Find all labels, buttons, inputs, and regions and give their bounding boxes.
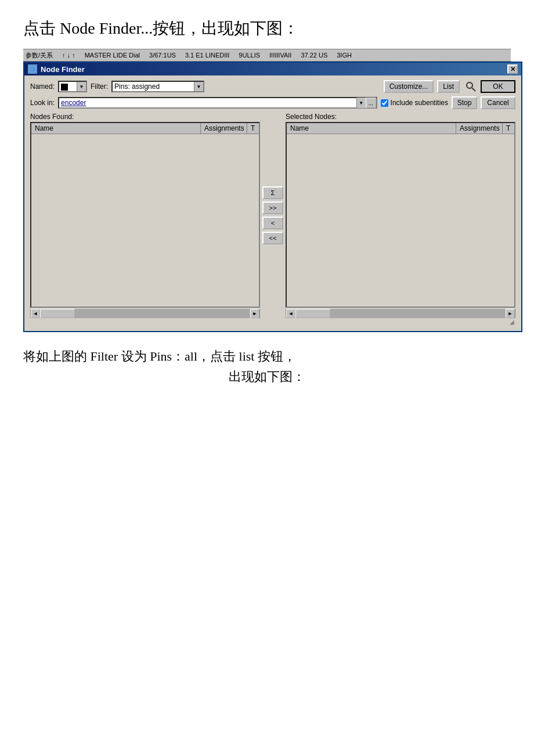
remove-all-button[interactable]: << <box>262 232 283 244</box>
col-t-left[interactable]: T <box>247 123 259 134</box>
toolbar-item: MASTER LIDE Dial <box>85 52 140 59</box>
col-name-right[interactable]: Name <box>287 123 456 134</box>
customize-button[interactable]: Customize... <box>384 80 434 93</box>
lookin-browse-button[interactable]: ... <box>366 98 376 108</box>
panels-area: Nodes Found: Name Assignments T ◄ <box>30 113 515 318</box>
lookin-value: encoder <box>59 99 356 107</box>
row1: Named: ▼ Filter: Pins: assigned ▼ Custom… <box>30 80 515 93</box>
dialog-title: Node Finder <box>41 65 85 74</box>
remove-button[interactable]: < <box>262 217 283 229</box>
left-scroll-left-btn[interactable]: ◄ <box>31 309 40 318</box>
toolbar-item: 3IGH <box>337 52 352 59</box>
titlebar-left: Node Finder <box>28 64 85 74</box>
stop-button[interactable]: Stop <box>452 96 477 109</box>
selected-nodes-panel: Selected Nodes: Name Assignments T ◄ <box>286 113 515 318</box>
toolbar-item: 3/67:1US <box>149 52 176 59</box>
add-button[interactable]: >> <box>262 201 283 214</box>
search-icon <box>464 80 477 93</box>
left-scroll-track[interactable] <box>40 309 250 318</box>
bottom-line2: 出现如下图： <box>23 366 511 387</box>
named-dropdown-arrow[interactable]: ▼ <box>77 81 86 92</box>
list-button[interactable]: List <box>437 80 460 93</box>
toolbar-item: 参数/关系 <box>26 51 53 60</box>
resize-corner[interactable]: ◢ <box>30 318 515 326</box>
transfer-buttons: Σ >> < << <box>260 113 286 318</box>
right-scroll-left-btn[interactable]: ◄ <box>286 309 295 318</box>
left-scroll-right-btn[interactable]: ► <box>250 309 259 318</box>
add-all-button[interactable]: Σ <box>262 186 283 199</box>
svg-line-5 <box>472 88 475 91</box>
filter-dropdown[interactable]: Pins: assigned ▼ <box>111 81 204 92</box>
row2: Look in: encoder ▼ ... Include subentiti… <box>30 96 515 109</box>
selected-nodes-label: Selected Nodes: <box>286 113 515 121</box>
col-assignments-right[interactable]: Assignments <box>456 123 503 134</box>
selected-nodes-table: Name Assignments T <box>286 122 515 308</box>
lookin-label: Look in: <box>30 99 55 107</box>
resize-icon: ◢ <box>510 319 514 325</box>
include-subentities-row: Include subentities <box>381 99 448 107</box>
include-subentities-checkbox[interactable] <box>381 99 388 107</box>
nodes-found-table: Name Assignments T <box>30 122 260 308</box>
cancel-button[interactable]: Cancel <box>481 96 515 109</box>
toolbar-item: 9ULLIS <box>239 52 260 59</box>
include-subentities-label: Include subentities <box>391 99 448 107</box>
right-scroll-thumb[interactable] <box>295 309 330 318</box>
named-dropdown[interactable]: ▼ <box>58 81 87 92</box>
filter-value: Pins: assigned <box>113 82 194 91</box>
dialog-icon <box>28 64 37 74</box>
toolbar-item: 37.22 US <box>301 52 327 59</box>
close-button[interactable]: ✕ <box>507 64 518 74</box>
page-title: 点击 Node Finder...按钮，出现如下图： <box>23 17 511 39</box>
col-name-left[interactable]: Name <box>31 123 201 134</box>
bottom-text: 将如上图的 Filter 设为 Pins：all，点击 list 按钮， 出现如… <box>23 346 511 387</box>
ok-button[interactable]: OK <box>481 80 515 93</box>
selected-nodes-table-body <box>287 134 514 307</box>
lookin-dropdown[interactable]: encoder ▼ ... <box>58 97 377 109</box>
toolbar-item: ↑ ↓ ↑ <box>62 52 75 59</box>
right-scroll-track[interactable] <box>295 309 506 318</box>
right-scrollbar[interactable]: ◄ ► <box>286 309 515 318</box>
dialog-titlebar[interactable]: Node Finder ✕ <box>24 63 521 75</box>
toolbar-item: 3.1 E1 LINEDIII <box>185 52 229 59</box>
nodes-found-panel: Nodes Found: Name Assignments T ◄ <box>30 113 260 318</box>
svg-point-4 <box>467 82 472 88</box>
toolbar-strip: 参数/关系 ↑ ↓ ↑ MASTER LIDE Dial 3/67:1US 3.… <box>23 49 511 62</box>
col-assignments-left[interactable]: Assignments <box>201 123 247 134</box>
named-value <box>59 82 77 91</box>
col-t-right[interactable]: T <box>503 123 514 134</box>
node-finder-dialog: Node Finder ✕ Named: ▼ Filter: Pins: ass… <box>23 62 522 332</box>
nodes-found-label: Nodes Found: <box>30 113 260 121</box>
dialog-body: Named: ▼ Filter: Pins: assigned ▼ Custom… <box>24 75 521 331</box>
toolbar-item: IIIIIIVAII <box>269 52 291 59</box>
table-header-right: Name Assignments T <box>287 123 514 134</box>
left-scrollbar[interactable]: ◄ ► <box>30 309 260 318</box>
filter-dropdown-arrow[interactable]: ▼ <box>194 81 203 92</box>
table-header-left: Name Assignments T <box>31 123 259 134</box>
left-scroll-thumb[interactable] <box>40 309 75 318</box>
named-label: Named: <box>30 82 55 91</box>
filter-label: Filter: <box>91 82 108 91</box>
bottom-line1: 将如上图的 Filter 设为 Pins：all，点击 list 按钮， <box>23 349 296 363</box>
right-scroll-right-btn[interactable]: ► <box>506 309 515 318</box>
nodes-found-table-body <box>31 134 259 307</box>
lookin-dropdown-arrow[interactable]: ▼ <box>356 98 366 108</box>
